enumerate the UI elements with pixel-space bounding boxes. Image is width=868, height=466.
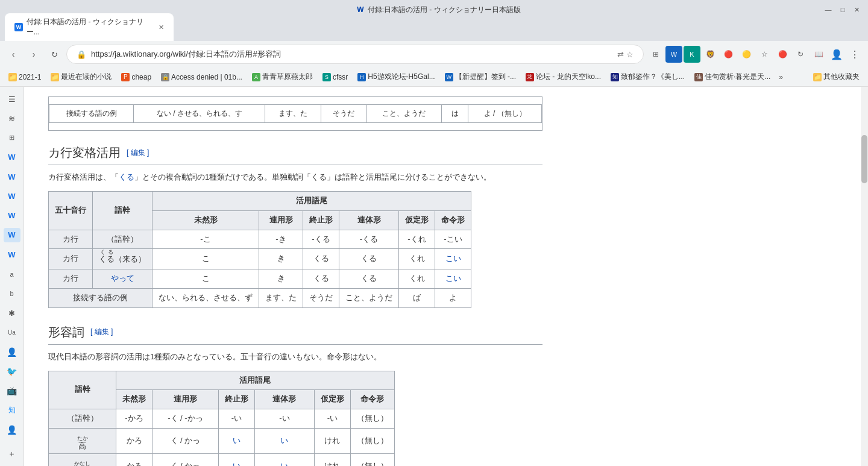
reload-button[interactable]: ↻ [46, 46, 63, 63]
kei-row-1-katei: -い [314, 409, 350, 429]
i-link-2[interactable]: い [280, 436, 288, 445]
bookmark-zhi[interactable]: 知 致郁鉴作？《美し... [607, 70, 688, 84]
extension-icon-9[interactable]: ↻ [792, 46, 809, 63]
kuru-link[interactable]: くる [119, 172, 134, 181]
kei-th-rentai: 連体形 [254, 390, 314, 409]
extension-icon-7[interactable]: ☆ [756, 46, 773, 63]
content-area[interactable]: 接続する語の例 ない / させる、られる、す ます、た そうだ こと、ようだ は… [24, 87, 861, 466]
tab-close-button[interactable]: ✕ [159, 24, 164, 31]
keiyoshi-edit-link[interactable]: [ 編集 ] [90, 326, 113, 338]
sidebar-icon-w3[interactable]: W [4, 189, 20, 203]
ka-row-3-mizen: こ [153, 269, 259, 289]
bookmark-cfssr[interactable]: S cfssr [319, 71, 351, 83]
bookmark-novels[interactable]: 📁 最近在读的小说 [47, 70, 115, 84]
kei-row-3-meirei: （無し） [350, 454, 394, 466]
bookmark-other[interactable]: 📁 其他收藏夹 [810, 70, 863, 84]
address-bar: ‹ › ↻ 🔒 https://ja.wiktionary.org/wiki/付… [0, 41, 868, 68]
extension-icon-3[interactable]: K [684, 46, 700, 63]
ka-row-1-mizen: -こ [153, 230, 259, 249]
sidebar-icon-list[interactable]: ≋ [4, 111, 20, 125]
sidebar-icon-w2[interactable]: W [4, 169, 20, 184]
translate-icon: ⇄ [617, 50, 624, 59]
sidebar-icon-w4[interactable]: W [4, 209, 20, 223]
ka-row-1-gyo: カ行 [49, 230, 93, 249]
bookmark-label: cheap [131, 73, 151, 81]
ka-row-1-shushi: -くる [303, 230, 339, 249]
th-mizenkei: 未然形 [153, 210, 259, 230]
kei-row-2-gokan: たか 高 [49, 428, 116, 453]
kei-row-3-gokan: かなし 悲し [49, 454, 116, 466]
sidebar-icon-star[interactable]: ✱ [4, 306, 20, 320]
address-input[interactable]: 🔒 https://ja.wiktionary.org/wiki/付録:日本語の… [66, 45, 644, 64]
sidebar-icon-w1[interactable]: W [4, 150, 20, 165]
menu-icon[interactable]: ⋮ [846, 46, 863, 63]
koi-link[interactable]: こい [445, 254, 461, 263]
sidebar-icon-ua[interactable]: Ua [4, 325, 20, 339]
address-bar-icons: ⇄ ☆ [617, 50, 634, 59]
sidebar-icon-menu[interactable]: ☰ [4, 92, 20, 106]
bookmark-folder2-icon: 📁 [813, 73, 822, 81]
sidebar-icon-w5[interactable]: W [4, 228, 20, 242]
extension-icon-4[interactable]: 🦁 [702, 46, 719, 63]
i-link-4[interactable]: い [280, 461, 288, 466]
ka-row-2-katei: くれ [399, 249, 435, 269]
user-icon[interactable]: 👤 [828, 46, 845, 63]
sidebar-icon-zhi[interactable]: 知 [4, 403, 20, 417]
extension-icon-8[interactable]: 🔴 [774, 46, 791, 63]
i-link-1[interactable]: い [233, 436, 241, 445]
kei-row-1-shushi: -い [218, 409, 254, 429]
back-button[interactable]: ‹ [5, 46, 22, 63]
active-tab[interactable]: W 付録:日本語の活用 - ウィクショナリー... ✕ [5, 13, 174, 41]
ka-row-1-katei: -くれ [399, 230, 435, 249]
extension-icon-6[interactable]: 🟡 [738, 46, 755, 63]
ka-hen-edit-link[interactable]: [ 編集 ] [127, 147, 149, 159]
ka-row-1-renyo: -き [259, 230, 303, 249]
bookmark-access[interactable]: 🔒 Access denied | 01b... [157, 71, 246, 83]
ka-row-2-gokan: くるくる（来る） [93, 249, 153, 269]
yatte-link[interactable]: やって [111, 274, 134, 283]
bookmark-sign[interactable]: W 【新提醒】签到 -... [441, 70, 520, 84]
table-row: カ行 くるくる（来る） こ き くる くる くれ こい [49, 249, 471, 269]
ka-hen-title-text: カ行変格活用 [48, 143, 121, 162]
keiyoshi-title-text: 形容詞 [48, 323, 84, 342]
ka-row-3-renyo: き [259, 269, 303, 289]
kei-th-katsuyou: 活用語尾 [116, 371, 395, 390]
bookmark-h5[interactable]: H H5游戏论坛-H5Gal... [354, 70, 438, 84]
extension-icon-10[interactable]: 📖 [810, 46, 827, 63]
i-link-3[interactable]: い [233, 461, 241, 466]
ka-row-3-shushi: くる [303, 269, 339, 289]
bookmark-aoba[interactable]: A 青青草原燕太郎 [248, 70, 316, 84]
kei-row-1-meirei: （無し） [350, 409, 394, 429]
scrollbar-thumb[interactable] [861, 135, 867, 183]
extension-icon-2[interactable]: W [665, 46, 682, 63]
sidebar-icon-w6[interactable]: W [4, 247, 20, 262]
sidebar-icon-user2[interactable]: 👤 [4, 423, 20, 437]
sidebar-icon-tv[interactable]: 📺 [4, 383, 20, 398]
bookmark-2021[interactable]: 📁 2021-1 [5, 71, 45, 83]
bookmark-dragon[interactable]: 龙 论坛 - 龙的天空lko... [522, 70, 605, 84]
minimize-button[interactable]: — [823, 5, 833, 14]
bookmark-gray-icon: 🔒 [161, 73, 169, 81]
sidebar-icon-b[interactable]: b [4, 286, 20, 301]
koi2-link[interactable]: こい [445, 274, 461, 283]
sidebar-icon-a[interactable]: a [4, 266, 20, 281]
maximize-button[interactable]: □ [838, 5, 848, 14]
table-row: （語幹） -かろ -く / -かっ -い -い -い （無し） [49, 409, 395, 429]
sidebar-icon-grid[interactable]: ⊞ [4, 131, 20, 145]
extension-icon-1[interactable]: ⊞ [647, 46, 664, 63]
window-controls: — □ ✕ [823, 5, 862, 14]
kei-row-3-shushi: い [218, 454, 254, 466]
ka-row-2-rentai: くる [339, 249, 399, 269]
scrollbar[interactable] [861, 87, 868, 466]
extension-icon-5[interactable]: 🔴 [720, 46, 737, 63]
close-button[interactable]: ✕ [852, 5, 862, 14]
bookmark-star-icon[interactable]: ☆ [626, 50, 634, 59]
keiyoshi-table: 語幹 活用語尾 未然形 連用形 終止形 連体形 仮定形 命令形 [48, 371, 395, 466]
sidebar-icon-add[interactable]: ＋ [4, 447, 20, 461]
bookmark-cheap[interactable]: P cheap [118, 71, 155, 83]
bookmark-jia[interactable]: 佳 佳句赏析·暮光是天... [691, 70, 774, 84]
sidebar-icon-user1[interactable]: 👤 [4, 344, 20, 359]
sidebar-icon-twitter[interactable]: 🐦 [4, 364, 20, 379]
ka-row-2-gyo: カ行 [49, 249, 93, 269]
forward-button[interactable]: › [25, 46, 42, 63]
